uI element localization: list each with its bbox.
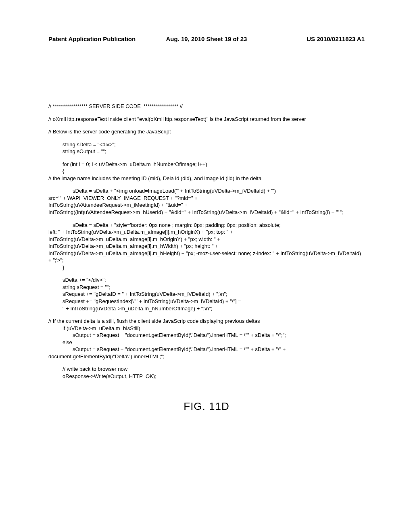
- comment-below-server: // Below is the server code generating t…: [48, 128, 365, 135]
- code-soutput-if: sOutput = sRequest + "document.getElemen…: [48, 332, 365, 339]
- header-publication: Patent Application Publication: [48, 35, 154, 42]
- header-date-sheet: Aug. 19, 2010 Sheet 19 of 23: [154, 35, 259, 42]
- code-sdelta-img-rest: src='" + WAPI_VIEWER_ONLY_IMAGE_REQUEST …: [48, 195, 365, 216]
- code-sdelta-img-line1: sDelta = sDelta + "<img onload=ImageLoad…: [48, 187, 365, 195]
- code-sdelta-style-rest: left: " + IntToString(uVDelta->m_uDelta.…: [48, 229, 365, 264]
- comment-response-text: // oXmlHttp.responseText inside client "…: [48, 116, 365, 123]
- code-listing: // ***************** SERVER SIDE CODE **…: [0, 42, 413, 414]
- code-close-brace: }: [48, 264, 365, 271]
- header-patent-number: US 2010/0211823 A1: [259, 35, 365, 42]
- comment-image-name: // the image name includes the meeting I…: [48, 175, 365, 182]
- comment-flush: // If the current delta is a still, flus…: [48, 318, 365, 325]
- page-header: Patent Application Publication Aug. 19, …: [0, 0, 413, 42]
- code-soutput-else-line2: document.getElementById(\"Delta\").inner…: [48, 353, 365, 360]
- code-sdelta-style-line1: sDelta = sDelta + "style='border: 0px no…: [48, 222, 365, 229]
- code-for-loop: for (int i = 0; i < uVDelta->m_uDelta.m_…: [48, 161, 365, 175]
- code-else: else: [48, 339, 365, 346]
- figure-label: FIG. 11D: [48, 399, 365, 414]
- code-string-decl: string sDelta = "<div>"; string sOutput …: [48, 141, 365, 155]
- comment-server-side: // ***************** SERVER SIDE CODE **…: [48, 103, 365, 110]
- code-if-still: if (uVDelta->m_uDelta.m_bIsStill): [48, 325, 365, 332]
- code-write-back: // write back to browser now oResponse->…: [48, 366, 365, 380]
- code-soutput-else-line1: sOutput = sRequest + "document.getElemen…: [48, 346, 365, 353]
- code-srequest-block: sDelta += "</div>"; string sRequest = ""…: [48, 276, 365, 312]
